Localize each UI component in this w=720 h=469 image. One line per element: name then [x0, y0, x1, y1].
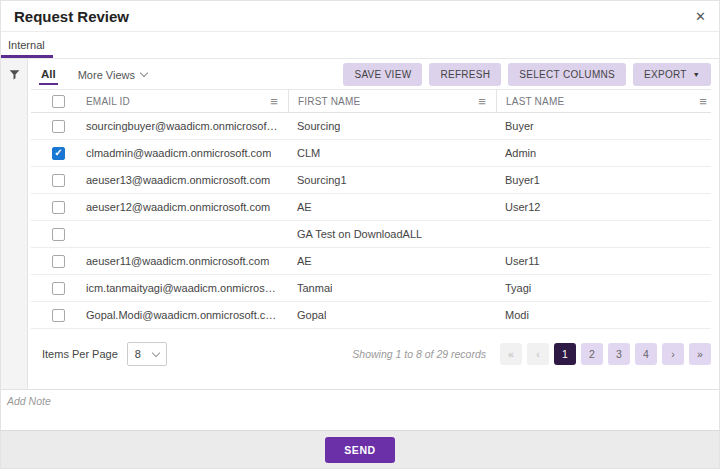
row-checkbox[interactable]: [52, 255, 65, 268]
column-menu-icon[interactable]: ≡: [699, 95, 707, 108]
table-row: icm.tanmaityagi@waadicm.onmicrosoft.com …: [31, 275, 711, 302]
row-checkbox[interactable]: [52, 120, 65, 133]
table-header: EMAIL ID ≡ FIRST NAME ≡ LAST NAME ≡: [31, 89, 711, 113]
cell-email: aeuser13@waadicm.onmicrosoft.com: [86, 167, 270, 194]
header-first-name-label: FIRST NAME: [298, 96, 360, 107]
filter-icon[interactable]: [8, 68, 21, 389]
toolbar-buttons: SAVE VIEW REFRESH SELECT COLUMNS EXPORT …: [343, 63, 711, 86]
page-buttons: 1234: [554, 343, 657, 365]
page-button[interactable]: 2: [581, 343, 603, 365]
row-checkbox[interactable]: [52, 201, 65, 214]
page-button[interactable]: 3: [608, 343, 630, 365]
pager: Showing 1 to 8 of 29 records « ‹ 1234 › …: [352, 343, 711, 365]
cell-first-name: Sourcing1: [297, 167, 347, 194]
dialog-header: Request Review ✕: [1, 1, 719, 32]
more-views-label: More Views: [78, 69, 135, 81]
row-checkbox-cell: [31, 255, 86, 268]
export-label: EXPORT: [644, 69, 687, 80]
row-checkbox-cell: [31, 147, 86, 160]
cell-first-name: Gopal: [297, 302, 326, 329]
tab-all-view[interactable]: All: [39, 64, 58, 85]
records-summary: Showing 1 to 8 of 29 records: [352, 348, 486, 360]
export-button[interactable]: EXPORT ▼: [633, 63, 711, 86]
column-menu-icon[interactable]: ≡: [270, 95, 278, 108]
cell-last-name: User12: [505, 194, 540, 221]
table-row: aeuser12@waadicm.onmicrosoft.com AE User…: [31, 194, 711, 221]
chevron-down-icon: [140, 69, 148, 77]
items-per-page-label: Items Per Page: [42, 348, 118, 360]
row-checkbox[interactable]: [52, 228, 65, 241]
row-checkbox-cell: [31, 174, 86, 187]
row-checkbox[interactable]: [52, 309, 65, 322]
cell-last-name: Tyagi: [505, 275, 531, 302]
items-per-page-value: 8: [135, 348, 141, 360]
header-checkbox-cell: [31, 95, 86, 108]
request-review-dialog: Request Review ✕ Internal All More Views…: [0, 0, 720, 469]
page-button[interactable]: 1: [554, 343, 576, 365]
row-checkbox[interactable]: [52, 282, 65, 295]
row-checkbox[interactable]: [52, 147, 65, 160]
cell-last-name: Buyer: [505, 113, 534, 140]
caret-down-icon: ▼: [693, 71, 700, 78]
items-per-page-select[interactable]: 8: [127, 342, 167, 366]
cell-first-name: AE: [297, 194, 312, 221]
cell-email: aeuser12@waadicm.onmicrosoft.com: [86, 194, 270, 221]
next-page-button[interactable]: ›: [662, 343, 684, 365]
header-email: EMAIL ID ≡: [86, 95, 288, 108]
row-checkbox-cell: [31, 228, 86, 241]
grid-toolbar: All More Views SAVE VIEW REFRESH SELECT …: [28, 61, 719, 88]
cell-last-name: User11: [505, 248, 540, 275]
content-area: All More Views SAVE VIEW REFRESH SELECT …: [1, 59, 719, 389]
table-body: sourcingbuyer@waadicm.onmicrosoft.com So…: [31, 113, 711, 329]
column-menu-icon[interactable]: ≡: [478, 95, 486, 108]
cell-email: sourcingbuyer@waadicm.onmicrosoft.com: [86, 113, 278, 140]
cell-first-name: CLM: [297, 140, 320, 167]
header-last-name: LAST NAME ≡: [496, 90, 711, 112]
chevron-down-icon: [152, 349, 160, 357]
cell-email: aeuser11@waadicm.onmicrosoft.com: [86, 248, 269, 275]
table-row: Gopal.Modi@waadicm.onmicrosoft.com Gopal…: [31, 302, 711, 329]
save-view-button[interactable]: SAVE VIEW: [343, 63, 422, 86]
tab-internal[interactable]: Internal: [1, 32, 53, 58]
first-page-button[interactable]: «: [500, 343, 522, 365]
table-row: GA Test on DownloadALL: [31, 221, 711, 248]
page-title: Request Review: [14, 8, 129, 25]
close-icon[interactable]: ✕: [695, 10, 706, 23]
cell-email: Gopal.Modi@waadicm.onmicrosoft.com: [86, 302, 278, 329]
cell-email: icm.tanmaityagi@waadicm.onmicrosoft.com: [86, 275, 278, 302]
send-button[interactable]: SEND: [325, 437, 395, 463]
note-area: [1, 389, 719, 430]
table-row: sourcingbuyer@waadicm.onmicrosoft.com So…: [31, 113, 711, 140]
dialog-footer: SEND: [1, 430, 719, 468]
table-row: aeuser11@waadicm.onmicrosoft.com AE User…: [31, 248, 711, 275]
cell-first-name: AE: [297, 248, 312, 275]
tab-bar: Internal: [1, 32, 719, 59]
cell-first-name: Sourcing: [297, 113, 340, 140]
header-first-name: FIRST NAME ≡: [288, 90, 496, 112]
prev-page-button[interactable]: ‹: [527, 343, 549, 365]
cell-first-name: GA Test on DownloadALL: [297, 221, 422, 248]
select-columns-button[interactable]: SELECT COLUMNS: [508, 63, 626, 86]
last-page-button[interactable]: »: [689, 343, 711, 365]
more-views-dropdown[interactable]: More Views: [78, 69, 147, 81]
row-checkbox-cell: [31, 282, 86, 295]
row-checkbox-cell: [31, 309, 86, 322]
table-row: aeuser13@waadicm.onmicrosoft.com Sourcin…: [31, 167, 711, 194]
page-button[interactable]: 4: [635, 343, 657, 365]
row-checkbox[interactable]: [52, 174, 65, 187]
cell-last-name: Buyer1: [505, 167, 540, 194]
cell-first-name: Tanmai: [297, 275, 332, 302]
filter-rail: [1, 59, 28, 389]
cell-last-name: Modi: [505, 302, 529, 329]
add-note-input[interactable]: [1, 390, 719, 430]
row-checkbox-cell: [31, 120, 86, 133]
table-row: clmadmin@waadicm.onmicrosoft.com CLM Adm…: [31, 140, 711, 167]
select-all-checkbox[interactable]: [52, 95, 65, 108]
refresh-button[interactable]: REFRESH: [429, 63, 501, 86]
header-last-name-label: LAST NAME: [506, 96, 564, 107]
grid-panel: All More Views SAVE VIEW REFRESH SELECT …: [28, 59, 719, 389]
header-email-label: EMAIL ID: [86, 96, 130, 107]
cell-last-name: Admin: [505, 140, 536, 167]
cell-email: clmadmin@waadicm.onmicrosoft.com: [86, 140, 271, 167]
pagination-bar: Items Per Page 8 Showing 1 to 8 of 29 re…: [31, 342, 711, 366]
